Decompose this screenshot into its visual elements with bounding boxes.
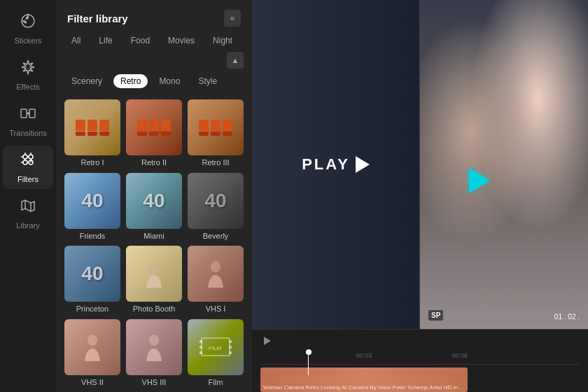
playhead xyxy=(308,352,309,375)
svg-point-11 xyxy=(149,335,159,346)
timeline-controls xyxy=(252,330,588,352)
transitions-icon xyxy=(20,105,36,126)
svg-point-8 xyxy=(149,261,159,272)
filter-name-miami: Miami xyxy=(126,232,182,240)
svg-rect-15 xyxy=(200,351,202,354)
filter-name-vhs1: VHS I xyxy=(188,304,244,313)
playhead-head xyxy=(306,349,312,355)
timeline-area: 00:03 00:06 Woman Camera Retro Looking A… xyxy=(252,329,588,392)
svg-rect-17 xyxy=(229,346,232,349)
filter-thumb-film: FILM xyxy=(188,319,244,375)
sp-badge: SP xyxy=(428,310,443,321)
svg-point-1 xyxy=(27,14,29,16)
category-tab-food[interactable]: Food xyxy=(124,34,157,48)
transitions-label: Transitions xyxy=(9,129,46,137)
preview-left-panel: PLAY xyxy=(252,0,420,329)
category-tab-all[interactable]: All xyxy=(64,34,88,48)
filter-card-miami[interactable]: 40 Miami xyxy=(126,173,182,241)
svg-rect-13 xyxy=(200,340,202,343)
filter-name-photobooth: Photo Booth xyxy=(126,304,182,313)
sidebar-item-filters[interactable]: Filters xyxy=(3,146,53,189)
category-row-2: Scenery Retro Mono Style xyxy=(56,74,252,94)
category-tab-scenery[interactable]: Scenery xyxy=(64,74,109,88)
svg-point-4 xyxy=(23,155,27,159)
filter-card-friends[interactable]: 40 Friends xyxy=(64,173,120,241)
filter-name-film: Film xyxy=(188,378,244,386)
sidebar-item-stickers[interactable]: Stickers xyxy=(3,7,53,50)
filter-grid: Retro I Retro II xyxy=(56,94,252,392)
filter-card-vhs1[interactable]: VHS I xyxy=(188,246,244,314)
filter-name-princeton: Princeton xyxy=(64,304,120,313)
filter-card-retro1[interactable]: Retro I xyxy=(64,99,120,167)
filter-name-retro3: Retro III xyxy=(188,158,244,167)
category-row-1: All Life Food Movies Night ▲ xyxy=(56,34,252,74)
filter-name-retro2: Retro II xyxy=(126,158,182,167)
filter-card-vhs2[interactable]: VHS II xyxy=(64,319,120,387)
right-area: PLAY SP 01 . 02 . 00:03 00:06 xyxy=(252,0,588,392)
sidebar: Stickers Effects Transitions xyxy=(0,0,56,392)
filter-name-retro1: Retro I xyxy=(64,158,120,167)
filter-card-film[interactable]: FILM Film xyxy=(188,319,244,387)
sidebar-item-effects[interactable]: Effects xyxy=(3,53,53,97)
timeline-play-icon xyxy=(264,337,271,345)
library-label: Library xyxy=(16,221,40,230)
collapse-button[interactable]: « xyxy=(224,10,241,27)
cursor-arrow-shape xyxy=(469,168,490,193)
sidebar-item-transitions[interactable]: Transitions xyxy=(3,99,53,143)
filter-card-vhs3[interactable]: VHS III xyxy=(126,319,182,387)
filter-thumb-vhs1 xyxy=(188,246,244,302)
category-tab-movies[interactable]: Movies xyxy=(161,34,202,48)
svg-text:FILM: FILM xyxy=(209,345,222,351)
timeline-play-button[interactable] xyxy=(260,334,274,348)
vhs-effect-overlay xyxy=(420,0,588,329)
filter-thumb-retro1 xyxy=(64,99,120,155)
effects-label: Effects xyxy=(16,83,39,91)
clip-label: Woman Camera Retro Looking At Camera By … xyxy=(263,384,465,391)
time-badge: 01 . 02 . xyxy=(554,313,580,321)
category-tab-night[interactable]: Night xyxy=(206,34,239,48)
svg-rect-14 xyxy=(200,346,202,349)
preview-area: PLAY SP 01 . 02 . xyxy=(252,0,588,329)
svg-point-10 xyxy=(88,335,97,346)
stickers-label: Stickers xyxy=(14,36,41,45)
filter-thumb-princeton: 40 xyxy=(64,246,120,302)
filter-card-beverly[interactable]: 40 Beverly xyxy=(188,173,244,241)
sidebar-item-library[interactable]: Library xyxy=(3,192,53,235)
svg-rect-18 xyxy=(229,351,232,354)
filter-name-vhs3: VHS III xyxy=(126,378,182,386)
timeline-ruler: 00:03 00:06 xyxy=(260,352,580,365)
filter-thumb-retro2 xyxy=(126,99,182,155)
video-clip[interactable]: Woman Camera Retro Looking At Camera By … xyxy=(260,368,468,392)
filter-name-beverly: Beverly xyxy=(188,232,244,240)
stickers-icon xyxy=(20,13,36,34)
filter-card-retro3[interactable]: Retro III xyxy=(188,99,244,167)
category-tab-style[interactable]: Style xyxy=(191,74,224,88)
play-label: PLAY xyxy=(302,155,350,174)
library-icon xyxy=(20,197,36,218)
filter-panel-header: Filter library « xyxy=(56,0,252,34)
filter-card-photobooth[interactable]: Photo Booth xyxy=(126,246,182,314)
category-tab-life[interactable]: Life xyxy=(92,34,119,48)
filter-name-friends: Friends xyxy=(64,232,120,240)
filter-name-vhs2: VHS II xyxy=(64,378,120,386)
svg-point-6 xyxy=(23,160,27,164)
filter-thumb-vhs2 xyxy=(64,319,120,375)
category-tab-mono[interactable]: Mono xyxy=(152,74,187,88)
filter-card-retro2[interactable]: Retro II xyxy=(126,99,182,167)
filter-thumb-beverly: 40 xyxy=(188,173,244,229)
svg-rect-16 xyxy=(229,340,232,343)
filter-panel: Filter library « All Life Food Movies Ni… xyxy=(56,0,252,392)
category-collapse-button[interactable]: ▲ xyxy=(227,52,244,69)
preview-right-panel: SP 01 . 02 . xyxy=(420,0,588,329)
svg-rect-3 xyxy=(29,109,35,118)
filter-thumb-retro3 xyxy=(188,99,244,155)
filter-panel-title: Filter library xyxy=(67,13,128,24)
filter-card-princeton[interactable]: 40 Princeton xyxy=(64,246,120,314)
svg-point-9 xyxy=(211,261,220,272)
preview-image-area: PLAY SP 01 . 02 . xyxy=(252,0,588,329)
effects-icon xyxy=(20,59,36,80)
filter-thumb-friends: 40 xyxy=(64,173,120,229)
category-tab-retro[interactable]: Retro xyxy=(113,74,148,88)
time-marker-00003: 00:03 xyxy=(356,352,372,359)
svg-rect-2 xyxy=(21,109,27,118)
